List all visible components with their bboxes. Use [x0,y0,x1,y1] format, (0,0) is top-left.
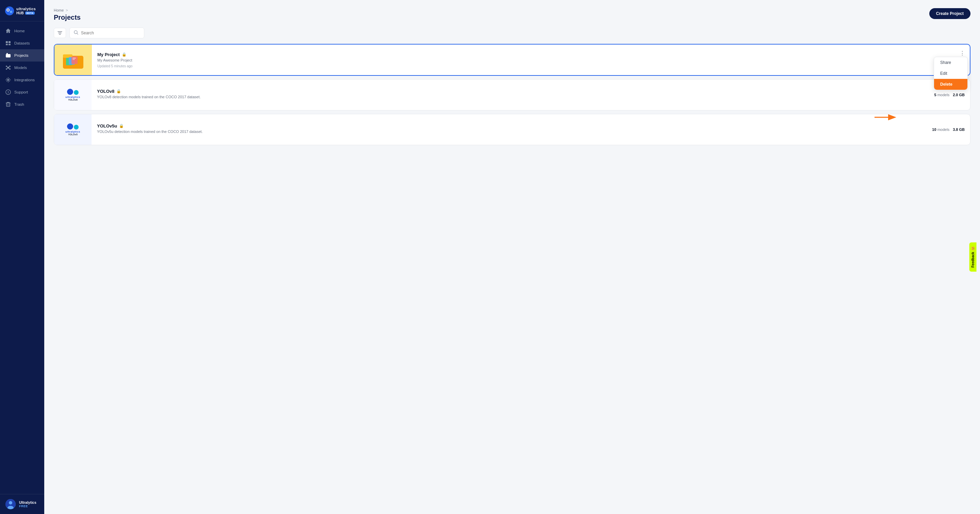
datasets-icon [5,40,11,46]
sidebar-nav: Home Datasets Projects [0,21,44,494]
sidebar-models-label: Models [14,66,27,70]
project-title-my-project: My Project [97,52,120,57]
project-stats-yolov8: 5 models 2.0 GB [929,88,970,102]
lock-icon-yolov5u: 🔒 [119,124,124,128]
svg-rect-7 [8,44,11,45]
project-thumbnail-my-project [54,44,92,75]
logo-hub: HUB [16,11,24,15]
svg-point-14 [9,68,11,70]
project-subtitle-yolov8: YOLOv8 detection models trained on the C… [97,95,923,99]
sidebar-home-label: Home [14,29,25,33]
projects-icon [5,53,11,58]
sidebar-item-trash[interactable]: Trash [0,98,44,111]
toolbar [54,27,970,38]
project-body-yolov8: YOLOv8 🔒 YOLOv8 detection models trained… [92,84,929,106]
svg-point-11 [6,66,7,67]
project-card-my-project[interactable]: My Project 🔒 My Awesome Project Updated … [54,44,970,76]
projects-list: My Project 🔒 My Awesome Project Updated … [54,44,970,149]
feedback-label: Feedback [971,252,975,268]
filter-button[interactable] [54,28,66,38]
svg-rect-4 [6,41,8,43]
search-icon [74,30,78,36]
project-meta-my-project: Updated 5 minutes ago [97,64,925,68]
sidebar-item-models[interactable]: Models [0,62,44,74]
beta-badge: BETA [25,11,35,14]
footer-plan: FREE [19,504,37,508]
sidebar-datasets-label: Datasets [14,41,30,45]
logo-name: ultralytics [16,7,36,11]
search-input[interactable] [81,30,140,35]
project-title-yolov5u: YOLOv5u [97,124,117,128]
project-dropdown-menu: Share Edit Delete [934,57,968,90]
avatar [5,499,16,509]
project-subtitle-yolov5u: YOLOv5u detection models trained on the … [97,130,921,133]
sidebar: ultralytics HUB BETA Home Datasets [0,0,44,514]
sidebar-item-support[interactable]: ? Support [0,86,44,98]
main-content: Create Project Home > Projects [44,0,980,514]
page-title: Projects [54,14,970,21]
search-box [69,27,144,38]
create-project-button[interactable]: Create Project [929,8,970,19]
sidebar-item-projects[interactable]: Projects [0,49,44,62]
svg-rect-6 [6,44,8,45]
support-icon: ? [5,89,11,95]
svg-rect-5 [8,41,11,43]
integrations-icon [5,77,11,82]
svg-line-15 [7,67,8,67]
svg-point-2 [10,11,12,13]
project-size-yolov5u: 3.8 GB [953,127,965,132]
svg-line-32 [77,33,78,34]
project-title-yolov8: YOLOv8 [97,89,115,94]
svg-rect-8 [6,54,11,57]
breadcrumb-home[interactable]: Home [54,8,64,12]
svg-line-18 [9,68,10,69]
ultralytics-logo-icon [5,6,14,16]
feedback-button[interactable]: Feedback 😊 [969,243,976,271]
sidebar-integrations-label: Integrations [14,78,35,82]
svg-rect-39 [73,59,75,60]
sidebar-projects-label: Projects [14,53,29,57]
dropdown-delete[interactable]: Delete [934,79,967,90]
sidebar-footer: Ultralytics FREE [0,494,44,514]
breadcrumb-separator: > [66,8,68,12]
project-thumbnail-yolov8: ultralytics YOLOv8 [54,79,92,110]
sidebar-item-home[interactable]: Home [0,25,44,37]
svg-point-19 [8,79,9,81]
delete-arrow-annotation [875,113,898,122]
svg-point-13 [6,68,7,70]
project-card-yolov8[interactable]: ultralytics YOLOv8 YOLOv8 🔒 YOLOv8 detec… [54,79,970,111]
svg-text:?: ? [7,91,9,94]
project-subtitle-my-project: My Awesome Project [97,58,925,62]
project-size-yolov8: 2.0 GB [953,93,965,97]
project-card-yolov5u[interactable]: ultralytics YOLOv5 YOLOv5u 🔒 YOLOv5u det… [54,114,970,145]
footer-username: Ultralytics [19,500,37,504]
svg-rect-9 [6,53,8,54]
svg-rect-37 [72,56,78,64]
dropdown-edit[interactable]: Edit [934,68,967,79]
models-icon [5,65,11,70]
project-thumbnail-yolov5u: ultralytics YOLOv5 [54,114,92,145]
project-body-yolov5u: YOLOv5u 🔒 YOLOv5u detection models train… [92,119,927,140]
project-body-my-project: My Project 🔒 My Awesome Project Updated … [92,47,931,73]
trash-icon [5,102,11,107]
project-models-count-yolov5u: 10 models [932,127,950,132]
sidebar-trash-label: Trash [14,102,24,106]
svg-line-16 [9,67,10,67]
project-models-count-yolov8: 5 models [934,93,950,97]
lock-icon-yolov8: 🔒 [116,89,121,94]
dropdown-share[interactable]: Share [934,57,967,68]
home-icon [5,28,11,34]
svg-point-0 [5,6,14,15]
svg-point-3 [7,9,8,11]
svg-rect-38 [73,58,76,59]
breadcrumb: Home > [54,8,970,12]
sidebar-item-integrations[interactable]: Integrations [0,74,44,86]
project-stats-yolov5u: 10 models 3.8 GB [927,123,970,136]
lock-icon-my-project: 🔒 [122,52,127,57]
svg-line-17 [7,68,8,69]
svg-point-26 [9,501,12,504]
feedback-emoji: 😊 [971,246,975,251]
svg-rect-22 [6,103,10,106]
sidebar-logo: ultralytics HUB BETA [0,0,44,21]
sidebar-item-datasets[interactable]: Datasets [0,37,44,49]
